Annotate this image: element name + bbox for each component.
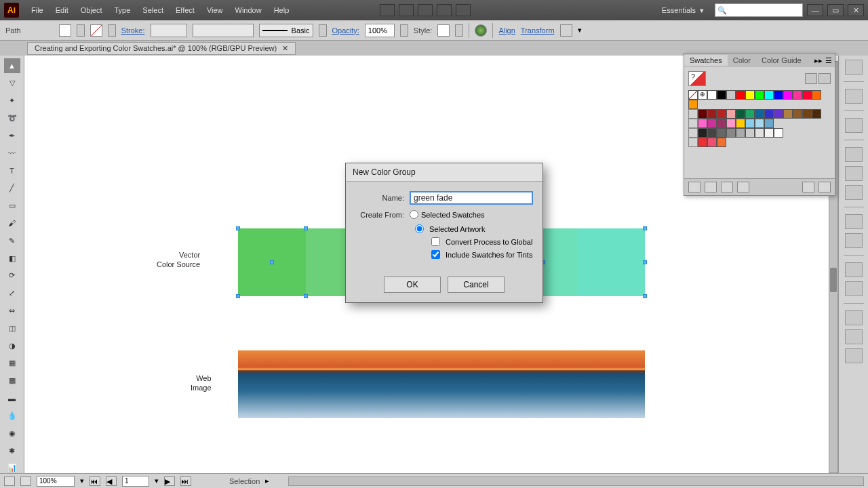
- tab-color[interactable]: Color: [728, 55, 756, 66]
- swatch[interactable]: [698, 109, 707, 119]
- status-icon-2[interactable]: [20, 476, 31, 486]
- swatch[interactable]: [717, 128, 726, 138]
- workspace-switcher[interactable]: Essentials ▾: [655, 5, 711, 16]
- swatch[interactable]: [698, 128, 707, 138]
- symbols-icon[interactable]: [845, 118, 863, 133]
- opacity-value[interactable]: 100%: [365, 24, 395, 37]
- brush-dropdown[interactable]: [319, 24, 327, 37]
- blend-tool[interactable]: ◉: [4, 426, 20, 441]
- new-color-group-icon[interactable]: [737, 182, 749, 192]
- stroke-swatch[interactable]: [90, 24, 102, 37]
- color-group-folder-icon[interactable]: [688, 128, 698, 138]
- opacity-dropdown[interactable]: [400, 24, 408, 37]
- mesh-tool[interactable]: ▩: [4, 373, 20, 388]
- swatch[interactable]: [802, 90, 812, 100]
- delete-swatch-icon[interactable]: [818, 182, 831, 192]
- color-rect[interactable]: [577, 228, 645, 296]
- brushes-icon[interactable]: [845, 89, 863, 104]
- zoom-dropdown-icon[interactable]: ▾: [80, 476, 84, 485]
- web-image[interactable]: [238, 350, 645, 418]
- none-swatch[interactable]: [688, 90, 698, 100]
- pathfinder-icon[interactable]: [845, 348, 863, 363]
- stroke-link[interactable]: Stroke:: [121, 26, 145, 35]
- menu-type[interactable]: Type: [109, 3, 136, 17]
- arrange-icon[interactable]: [418, 4, 433, 16]
- list-view-icon[interactable]: [805, 73, 817, 84]
- opacity-link[interactable]: Opacity:: [332, 26, 359, 35]
- lasso-tool[interactable]: ➰: [4, 110, 20, 125]
- swatch[interactable]: [793, 90, 802, 100]
- swatch-options-icon[interactable]: [721, 182, 733, 192]
- swatch[interactable]: [736, 90, 745, 100]
- swatch[interactable]: [764, 119, 774, 128]
- menu-window[interactable]: Window: [230, 3, 267, 17]
- swatch[interactable]: [707, 128, 717, 138]
- panel-menu-icon[interactable]: ☰: [825, 56, 832, 65]
- search-input[interactable]: [715, 3, 803, 17]
- color-group-folder-icon[interactable]: [688, 109, 698, 119]
- artboard-dropdown-icon[interactable]: ▾: [155, 476, 159, 485]
- grid-view-icon[interactable]: [818, 73, 831, 84]
- tab-swatches[interactable]: Swatches: [684, 55, 728, 66]
- swatch[interactable]: [707, 119, 717, 128]
- libraries-icon[interactable]: [845, 60, 863, 75]
- swatch[interactable]: [745, 119, 755, 128]
- pen-tool[interactable]: ✒: [4, 128, 20, 143]
- stroke-dropdown[interactable]: [108, 24, 116, 37]
- selection-tool[interactable]: ▲: [4, 58, 20, 73]
- graphic-styles-icon[interactable]: [845, 233, 863, 248]
- horizontal-scrollbar[interactable]: [288, 476, 864, 486]
- align-panel-icon[interactable]: [845, 310, 863, 325]
- swatch[interactable]: [717, 90, 726, 100]
- swatch[interactable]: [688, 100, 698, 109]
- document-tab[interactable]: Creating and Exporting Color Swatches.ai…: [27, 42, 296, 55]
- free-transform-tool[interactable]: ◫: [4, 321, 20, 336]
- fill-swatch[interactable]: [59, 24, 71, 37]
- prev-artboard-button[interactable]: ◀: [106, 476, 117, 486]
- recolor-icon[interactable]: [475, 24, 487, 37]
- paintbrush-tool[interactable]: 🖌: [4, 216, 20, 230]
- new-swatch-icon[interactable]: [802, 182, 814, 192]
- swatch[interactable]: [726, 119, 736, 128]
- swatch-libraries-icon[interactable]: [688, 182, 701, 192]
- swatch[interactable]: [717, 109, 726, 119]
- bridge-icon[interactable]: [399, 4, 414, 16]
- radio-selected-artwork[interactable]: [415, 224, 424, 233]
- swatch[interactable]: [774, 90, 783, 100]
- current-swatch[interactable]: [688, 71, 706, 86]
- align-link[interactable]: Align: [498, 26, 515, 35]
- share-icon[interactable]: [456, 4, 471, 16]
- width-tool[interactable]: ⇔: [4, 304, 20, 319]
- checkbox-convert-global[interactable]: [431, 237, 440, 246]
- graphic-style[interactable]: [437, 24, 450, 37]
- swatch[interactable]: [774, 109, 783, 119]
- swatch[interactable]: [707, 138, 717, 147]
- perspective-tool[interactable]: ▦: [4, 356, 20, 371]
- checkbox-include-tints[interactable]: [431, 250, 440, 259]
- layout-icon[interactable]: [380, 4, 395, 16]
- color-group-folder-icon[interactable]: [688, 138, 698, 147]
- gradient-panel-icon[interactable]: [845, 166, 863, 181]
- style-dropdown[interactable]: [455, 24, 463, 37]
- swatch[interactable]: [726, 128, 736, 138]
- eraser-tool[interactable]: ◧: [4, 251, 20, 266]
- curvature-tool[interactable]: 〰: [4, 146, 20, 161]
- line-tool[interactable]: ╱: [4, 181, 20, 196]
- isolate-icon[interactable]: [560, 24, 572, 37]
- stroke-panel-icon[interactable]: [845, 147, 863, 162]
- brush-definition[interactable]: Basic: [259, 24, 313, 37]
- swatch[interactable]: [755, 90, 764, 100]
- rotate-tool[interactable]: ⟳: [4, 268, 20, 283]
- close-button[interactable]: ✕: [848, 4, 864, 16]
- menu-edit[interactable]: Edit: [50, 3, 74, 17]
- scroll-thumb[interactable]: [830, 268, 837, 292]
- registration-swatch[interactable]: ⊕: [698, 90, 707, 100]
- swatch[interactable]: [698, 119, 707, 128]
- appearance-icon[interactable]: [845, 214, 863, 229]
- swatch[interactable]: [745, 90, 755, 100]
- swatch[interactable]: [698, 138, 707, 147]
- swatch[interactable]: [745, 109, 755, 119]
- rectangle-tool[interactable]: ▭: [4, 199, 20, 214]
- gradient-tool[interactable]: ▬: [4, 391, 20, 406]
- swatch[interactable]: [726, 90, 736, 100]
